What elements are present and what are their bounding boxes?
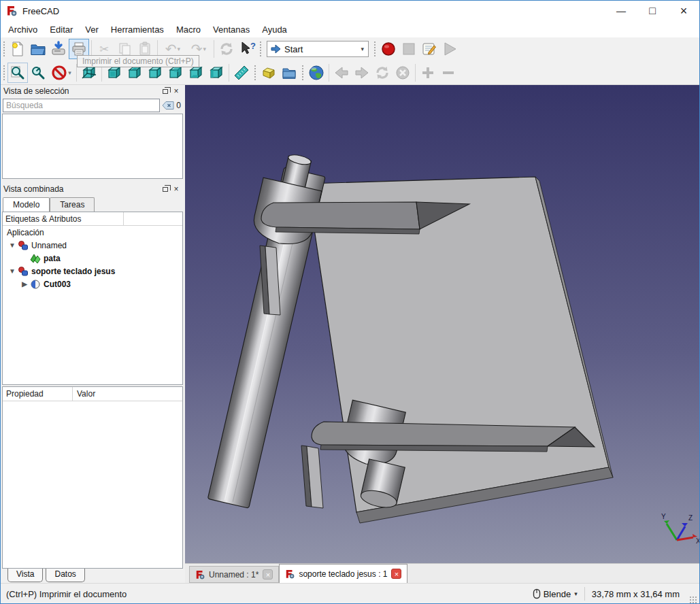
menu-bar: Archivo Editar Ver Herramientas Macro Ve… — [1, 21, 699, 37]
maximize-button[interactable]: □ — [637, 1, 668, 21]
toolbar-grip[interactable] — [253, 64, 257, 82]
tree-root-application[interactable]: Aplicación — [3, 226, 182, 239]
plus-icon — [420, 65, 436, 81]
macro-record-button[interactable] — [378, 39, 399, 59]
chevron-down-icon[interactable]: ▼ — [7, 267, 18, 275]
documents-folder-button[interactable] — [279, 63, 299, 83]
save-document-button[interactable] — [48, 39, 69, 59]
menu-archivo[interactable]: Archivo — [2, 22, 44, 37]
tab-datos[interactable]: Datos — [46, 569, 84, 582]
minus-icon — [440, 65, 456, 81]
left-view-cube-icon — [208, 65, 224, 81]
redo-caret-icon: ▾ — [203, 46, 207, 52]
property-header[interactable]: Propiedad Valor — [3, 387, 182, 401]
property-bottom-tabs: Vista Datos — [1, 569, 184, 582]
tab-vista[interactable]: Vista — [7, 569, 43, 582]
draw-style-icon — [51, 65, 67, 81]
combined-view-close-button[interactable]: × — [171, 184, 182, 194]
open-folder-icon — [30, 41, 46, 57]
new-document-button[interactable] — [7, 39, 28, 59]
toolbar-grip[interactable] — [2, 64, 6, 82]
selection-list[interactable] — [2, 114, 183, 179]
selection-view-close-button[interactable]: × — [171, 86, 182, 96]
menu-ayuda[interactable]: Ayuda — [256, 22, 293, 37]
refresh-button[interactable] — [216, 39, 237, 59]
new-document-icon — [10, 41, 26, 57]
toolbar-grip[interactable] — [301, 64, 305, 82]
menu-macro[interactable]: Macro — [170, 22, 207, 37]
selection-view-float-button[interactable] — [160, 86, 171, 96]
tab-modelo[interactable]: Modelo — [3, 197, 50, 212]
menu-ver[interactable]: Ver — [79, 22, 105, 37]
web-stop-button[interactable] — [393, 63, 413, 83]
fit-selection-button[interactable] — [28, 63, 48, 83]
tree-header[interactable]: Etiquetas & Atributos — [3, 212, 182, 226]
left-view-button[interactable] — [206, 63, 227, 83]
mouse-icon — [533, 588, 541, 599]
zoom-in-button[interactable] — [418, 63, 438, 83]
tree-header-label: Etiquetas & Atributos — [3, 214, 81, 224]
tree-header-divider — [123, 212, 124, 225]
minimize-button[interactable]: — — [605, 1, 637, 21]
navigation-style-value: Blende — [544, 589, 571, 599]
3d-viewport[interactable]: Y Z X — [185, 85, 699, 563]
navigation-style-selector[interactable]: Blende ▾ — [533, 588, 578, 599]
tree-item-cut003[interactable]: ▶ Cut003 — [3, 278, 182, 290]
window-title: FreeCAD — [22, 6, 59, 16]
macro-edit-button[interactable] — [419, 39, 439, 59]
tab-tareas[interactable]: Tareas — [50, 197, 95, 212]
mdi-tab-soporte[interactable]: soporte teclado jesus : 1 × — [279, 564, 407, 583]
resize-grip[interactable] — [689, 596, 697, 604]
tree-item-unnamed[interactable]: ▼ Unnamed — [3, 239, 182, 252]
question-icon: ? — [250, 41, 256, 51]
web-home-button[interactable] — [306, 63, 327, 83]
chevron-right-icon[interactable]: ▶ — [19, 280, 30, 288]
search-input[interactable] — [3, 99, 160, 112]
workbench-caret-icon: ▾ — [361, 46, 364, 52]
float-icon — [163, 187, 168, 192]
workbench-selector-value: Start — [284, 44, 361, 54]
float-icon — [163, 89, 168, 94]
left-dock-area: Vista de selección × 0 Vista combinada ×… — [1, 85, 184, 583]
combined-view-float-button[interactable] — [160, 184, 171, 194]
open-document-button[interactable] — [28, 39, 48, 59]
macro-play-button[interactable] — [439, 39, 460, 59]
mdi-tab-close-icon[interactable]: × — [263, 569, 273, 580]
whats-this-button[interactable]: ? — [237, 39, 257, 59]
mdi-tab-unnamed[interactable]: Unnamed : 1* × — [189, 566, 279, 583]
workbench-selector[interactable]: Start ▾ — [267, 41, 369, 57]
chevron-down-icon[interactable]: ▼ — [7, 241, 18, 249]
toolbar-grip[interactable] — [373, 40, 377, 58]
selection-view-title: Vista de selección — [3, 86, 160, 96]
fit-all-button[interactable] — [7, 63, 28, 83]
clear-search-icon[interactable] — [162, 101, 174, 110]
combined-view-header[interactable]: Vista combinada × — [1, 183, 184, 195]
axis-x-label: X — [696, 537, 699, 545]
close-button[interactable]: × — [668, 1, 699, 21]
draw-style-button[interactable]: ▾ — [48, 63, 74, 83]
tree-item-label: pata — [44, 254, 61, 263]
web-refresh-button[interactable] — [372, 63, 393, 83]
view-dimensions: 33,78 mm x 31,64 mm — [592, 589, 680, 599]
mesh-icon — [30, 253, 41, 264]
status-bar: (Ctrl+P) Imprimir el documento Blende ▾ … — [1, 583, 699, 604]
menu-ventanas[interactable]: Ventanas — [207, 22, 256, 37]
part-button[interactable] — [259, 63, 279, 83]
selection-view-header[interactable]: Vista de selección × — [1, 85, 184, 97]
tree-item-soporte[interactable]: ▼ soporte teclado jesus — [3, 265, 182, 278]
panel-close-icon: × — [173, 184, 178, 194]
axis-y-label: Y — [661, 513, 666, 520]
toolbar-grip[interactable] — [259, 40, 263, 58]
zoom-out-button[interactable] — [438, 63, 459, 83]
mdi-tab-close-icon[interactable]: × — [391, 569, 401, 579]
web-forward-button[interactable] — [352, 63, 372, 83]
measure-distance-button[interactable] — [231, 63, 252, 83]
macro-stop-button[interactable] — [399, 39, 419, 59]
tree-item-label: Cut003 — [44, 280, 71, 289]
toolbar-grip[interactable] — [2, 40, 6, 58]
tree-item-pata[interactable]: pata — [3, 252, 182, 265]
draw-style-caret-icon: ▾ — [68, 69, 71, 76]
menu-editar[interactable]: Editar — [44, 22, 79, 37]
web-back-button[interactable] — [331, 63, 352, 83]
menu-herramientas[interactable]: Herramientas — [105, 22, 170, 37]
